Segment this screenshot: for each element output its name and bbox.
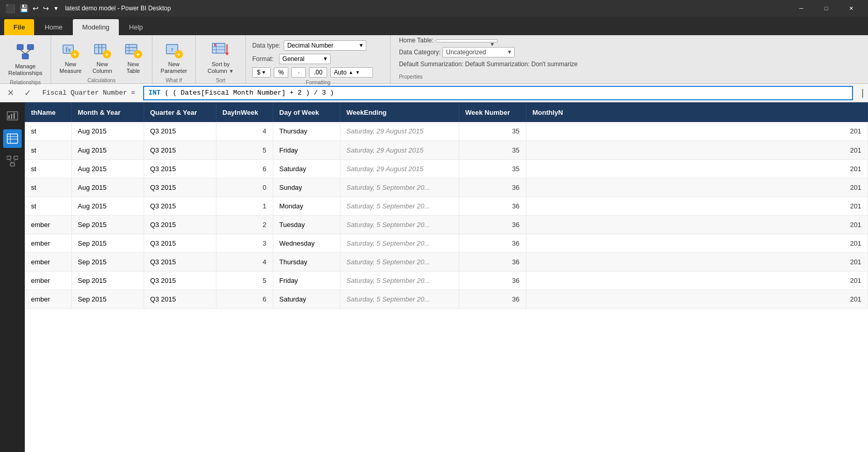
table-cell: Sep 2015 bbox=[71, 271, 144, 290]
table-cell: Sep 2015 bbox=[71, 234, 144, 252]
svg-text:+: + bbox=[73, 51, 76, 57]
ribbon-group-relationships: ManageRelationships Relationships bbox=[0, 35, 51, 83]
tab-help[interactable]: Help bbox=[120, 19, 152, 35]
table-cell: Q3 2015 bbox=[144, 215, 216, 234]
svg-rect-40 bbox=[7, 156, 11, 159]
col-header-dayinweek[interactable]: DayInWeek bbox=[216, 102, 273, 122]
table-cell: 201 bbox=[526, 197, 868, 215]
col-header-monthyear[interactable]: Month & Year bbox=[71, 102, 144, 122]
table-cell: Aug 2015 bbox=[71, 141, 144, 159]
table-cell: 201 bbox=[526, 178, 868, 197]
sidebar-item-report[interactable] bbox=[3, 107, 22, 125]
formula-confirm-button[interactable]: ✓ bbox=[21, 87, 34, 99]
svg-text:+: + bbox=[136, 51, 140, 57]
currency-button[interactable]: $ ▼ bbox=[252, 67, 271, 78]
table-row: stAug 2015Q3 20154ThursdaySaturday, 29 A… bbox=[25, 122, 868, 141]
auto-label: Auto bbox=[334, 69, 347, 76]
format-dropdown[interactable]: General ▼ bbox=[279, 54, 331, 64]
svg-text:fx: fx bbox=[66, 46, 71, 53]
table-cell: 36 bbox=[459, 215, 526, 234]
new-measure-icon: fx + bbox=[61, 41, 80, 60]
dot-button[interactable]: · bbox=[291, 67, 306, 78]
table-body: stAug 2015Q3 20154ThursdaySaturday, 29 A… bbox=[25, 122, 868, 308]
close-button[interactable]: ✕ bbox=[839, 0, 863, 17]
window-title: latest demo model - Power BI Desktop bbox=[65, 5, 171, 12]
sidebar-item-data[interactable] bbox=[3, 129, 22, 148]
undo-icon[interactable]: ↩ bbox=[33, 4, 39, 12]
table-cell: Monday bbox=[273, 197, 340, 215]
decimals-button[interactable]: .00 bbox=[309, 67, 327, 78]
manage-relationships-icon bbox=[15, 41, 36, 62]
redo-icon[interactable]: ↪ bbox=[43, 4, 49, 12]
col-header-weeknumber[interactable]: Week Number bbox=[459, 102, 526, 122]
table-cell: 36 bbox=[459, 252, 526, 271]
table-cell: Saturday, 29 August 2015 bbox=[340, 122, 459, 141]
home-table-dropdown[interactable]: ▼ bbox=[436, 39, 498, 42]
table-cell: Saturday bbox=[273, 159, 340, 178]
app-logo: ⬛ bbox=[5, 4, 16, 13]
formula-input[interactable]: INT ( ( Dates[Fiscal Month Number] + 2 )… bbox=[143, 86, 853, 100]
new-column-button[interactable]: + NewColumn bbox=[88, 39, 117, 77]
svg-rect-29 bbox=[214, 44, 216, 47]
data-category-row: Data Category: Uncategorized ▼ bbox=[399, 47, 860, 57]
data-type-dropdown[interactable]: Decimal Number ▼ bbox=[284, 40, 366, 51]
table-cell: Saturday, 5 September 20... bbox=[340, 271, 459, 290]
table-cell: 5 bbox=[216, 271, 273, 290]
tab-modeling[interactable]: Modeling bbox=[73, 19, 119, 35]
col-header-weekending[interactable]: WeekEnding bbox=[340, 102, 459, 122]
svg-rect-41 bbox=[14, 156, 18, 159]
col-header-dayofweek[interactable]: Day of Week bbox=[273, 102, 340, 122]
new-column-icon: + bbox=[93, 41, 112, 60]
table-cell: 36 bbox=[459, 197, 526, 215]
data-category-dropdown[interactable]: Uncategorized ▼ bbox=[442, 47, 515, 57]
sidebar-item-relationships[interactable] bbox=[3, 152, 22, 171]
table-cell: 201 bbox=[526, 252, 868, 271]
new-table-button[interactable]: + NewTable bbox=[119, 39, 148, 77]
tab-file[interactable]: File bbox=[4, 19, 34, 35]
table-cell: 201 bbox=[526, 159, 868, 178]
auto-spinner-up[interactable]: ▲ bbox=[349, 70, 353, 75]
minimize-button[interactable]: ─ bbox=[789, 0, 813, 17]
table-cell: 36 bbox=[459, 178, 526, 197]
formula-cancel-button[interactable]: ✕ bbox=[4, 87, 17, 99]
format-value: General bbox=[283, 55, 305, 63]
table-cell: ember bbox=[25, 290, 71, 308]
maximize-button[interactable]: □ bbox=[814, 0, 838, 17]
table-cell: 2 bbox=[216, 215, 273, 234]
ribbon-group-sort: Sort byColumn ▼ Sort bbox=[196, 35, 246, 83]
formatting-content: Data type: Decimal Number ▼ Format: Gene… bbox=[252, 38, 384, 79]
table-cell: Saturday bbox=[273, 290, 340, 308]
table-cell: 1 bbox=[216, 197, 273, 215]
default-summarization-label: Default Summarization: bbox=[399, 61, 465, 68]
col-header-quarteryear[interactable]: Quarter & Year bbox=[144, 102, 216, 122]
tab-home[interactable]: Home bbox=[35, 19, 72, 35]
table-cell: 201 bbox=[526, 215, 868, 234]
format-label: Format: bbox=[252, 55, 273, 63]
table-cell: ember bbox=[25, 234, 71, 252]
col-header-monthlynumber[interactable]: MonthlyN bbox=[526, 102, 868, 122]
col-header-monthname[interactable]: thName bbox=[25, 102, 71, 122]
auto-spinner-down[interactable]: ▼ bbox=[355, 70, 360, 75]
whatif-group-label: What If bbox=[166, 77, 182, 85]
new-parameter-icon: ? + bbox=[165, 41, 183, 60]
new-measure-button[interactable]: fx + NewMeasure bbox=[55, 39, 86, 77]
save-icon[interactable]: 💾 bbox=[20, 4, 28, 12]
data-table-container: thName Month & Year Quarter & Year DayIn… bbox=[25, 102, 868, 452]
table-cell: Aug 2015 bbox=[71, 122, 144, 141]
table-cell: 6 bbox=[216, 159, 273, 178]
table-cell: Tuesday bbox=[273, 215, 340, 234]
percent-button[interactable]: % bbox=[274, 67, 289, 78]
data-type-row: Data type: Decimal Number ▼ bbox=[252, 40, 366, 51]
table-cell: Friday bbox=[273, 141, 340, 159]
format-arrow: ▼ bbox=[323, 56, 328, 62]
text-cursor-icon: | bbox=[861, 87, 864, 98]
new-parameter-button[interactable]: ? + NewParameter bbox=[157, 39, 191, 77]
auto-dropdown[interactable]: Auto ▲ ▼ bbox=[330, 67, 373, 78]
sort-by-column-button[interactable]: Sort byColumn ▼ bbox=[200, 39, 241, 77]
manage-relationships-button[interactable]: ManageRelationships bbox=[4, 39, 47, 79]
data-category-label: Data Category: bbox=[399, 49, 442, 56]
svg-rect-2 bbox=[22, 54, 28, 59]
table-cell: st bbox=[25, 197, 71, 215]
qat-dropdown-icon[interactable]: ▼ bbox=[53, 5, 59, 11]
table-cell: Sep 2015 bbox=[71, 252, 144, 271]
